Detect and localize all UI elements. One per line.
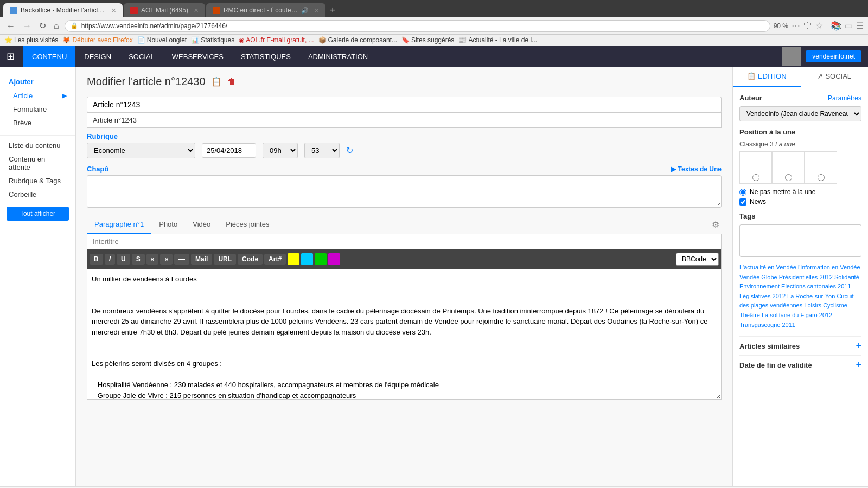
bold-button[interactable]: B	[90, 254, 103, 265]
bookmark-actualite[interactable]: 📰 Actualité - La ville de l...	[458, 36, 537, 44]
nav-webservices[interactable]: WEBSERVICES	[163, 46, 232, 67]
dash-button[interactable]: —	[174, 254, 189, 265]
italic-button[interactable]: I	[105, 254, 115, 265]
underline-button[interactable]: U	[117, 254, 130, 265]
bookmark-gallery[interactable]: 📦 Galerie de composant...	[318, 36, 397, 44]
code-button[interactable]: Code	[238, 254, 263, 265]
textes-de-une-link[interactable]: ▶ Textes de Une	[671, 165, 722, 173]
library-icon[interactable]: 📚	[831, 21, 841, 31]
autocomplete-dropdown[interactable]: Article n°1243	[87, 112, 722, 128]
hamburger-icon[interactable]: ☰	[856, 21, 864, 31]
active-tab[interactable]: Backoffice - Modifier l'article n... ✕	[3, 3, 123, 17]
sidebar-toggle-icon[interactable]: ▭	[845, 21, 853, 31]
hour-select[interactable]: 09h	[263, 143, 298, 158]
bookmark-stats[interactable]: 📊 Statistiques	[191, 36, 234, 44]
no-une-radio[interactable]	[739, 189, 746, 196]
tag-link-10[interactable]: Loisirs	[804, 302, 821, 309]
strikethrough-button[interactable]: S	[132, 254, 145, 265]
tab-rmc[interactable]: RMC en direct - Écouter la... 🔊 ✕	[206, 3, 326, 17]
sidebar-item-breve[interactable]: Brève	[0, 116, 75, 130]
nav-social[interactable]: SOCIAL	[120, 46, 163, 67]
tag-link-2[interactable]: Vendée Globe	[739, 274, 777, 280]
bookmark-firefox[interactable]: 🦊 Débuter avec Firefox	[62, 36, 132, 44]
nav-statistiques[interactable]: STATISTIQUES	[232, 46, 299, 67]
tab-edition[interactable]: 📋 EDITION	[733, 67, 801, 87]
sidebar-item-corbeille[interactable]: Corbeille	[0, 188, 75, 201]
nav-administration[interactable]: ADMINISTRATION	[299, 46, 376, 67]
tag-link-12[interactable]: Théâtre	[739, 312, 760, 318]
art-button[interactable]: Art#	[264, 254, 286, 265]
address-bar[interactable]: 🔒 https://www.vendeeinfo.net/admin/page/…	[65, 20, 770, 32]
tab-social[interactable]: ↗ SOCIAL	[801, 67, 869, 87]
format-select[interactable]: BBCode	[676, 253, 719, 266]
tab-pieces-jointes[interactable]: Pièces jointes	[218, 216, 277, 234]
tag-link-4[interactable]: Solidarité	[834, 274, 859, 280]
brand-button[interactable]: vendeeinfo.net	[806, 50, 861, 62]
tab-photo[interactable]: Photo	[151, 216, 185, 234]
minute-select[interactable]: 53	[304, 143, 340, 158]
tab-paragraphe[interactable]: Paragraphe n°1	[87, 216, 151, 234]
star-icon[interactable]: ☆	[815, 21, 823, 31]
mail-button[interactable]: Mail	[191, 254, 212, 265]
sidebar-item-contenu-attente[interactable]: Contenu en attente	[0, 152, 75, 174]
chapo-textarea[interactable]	[87, 175, 722, 208]
back-button[interactable]: ←	[4, 20, 17, 32]
url-button[interactable]: URL	[214, 254, 236, 265]
nav-contenu[interactable]: CONTENU	[23, 46, 75, 67]
sidebar-header-ajouter[interactable]: Ajouter	[0, 74, 75, 89]
tag-link-1[interactable]: l'information en Vendée	[798, 264, 860, 271]
date-fin-validite-row[interactable]: Date de fin de validité +	[739, 355, 861, 374]
editor-textarea[interactable]: Un millier de vendéens à Lourdes De nomb…	[87, 269, 722, 400]
tab-close-rmc[interactable]: ✕	[314, 7, 319, 14]
date-fin-expand-icon[interactable]: +	[856, 360, 861, 370]
tout-afficher-button[interactable]: Tout afficher	[7, 207, 69, 221]
tags-textarea[interactable]	[739, 224, 861, 257]
nav-design[interactable]: DESIGN	[75, 46, 120, 67]
tag-link-13[interactable]: La solitaire du Figaro 2012	[762, 312, 832, 318]
tag-link-3[interactable]: Présidentielles 2012	[779, 274, 833, 280]
copy-button[interactable]: 📋	[211, 76, 222, 87]
shield-icon[interactable]: 🛡	[803, 21, 812, 31]
tab-close-button[interactable]: ✕	[111, 7, 116, 14]
une-radio-2[interactable]	[785, 174, 792, 181]
tag-link-6[interactable]: Elections cantonales 2011	[781, 283, 851, 290]
color-magenta-button[interactable]	[328, 253, 340, 265]
tag-link-8[interactable]: La Roche-sur-Yon	[787, 293, 835, 299]
grid-icon[interactable]: ⊞	[7, 50, 15, 62]
rubrique-select[interactable]: Economie	[87, 143, 195, 158]
tag-link-7[interactable]: Législatives 2012	[739, 293, 786, 299]
delete-button[interactable]: 🗑	[227, 77, 236, 87]
home-button[interactable]: ⌂	[52, 20, 61, 32]
sidebar-item-formulaire[interactable]: Formulaire	[0, 102, 75, 116]
articles-similaires-expand-icon[interactable]: +	[856, 341, 861, 351]
tag-link-11[interactable]: Cyclisme	[823, 302, 847, 309]
articles-similaires-row[interactable]: Articles similaires +	[739, 336, 861, 355]
sidebar-item-article[interactable]: Article ▶	[0, 89, 75, 102]
bookmark-new-tab[interactable]: 📄 Nouvel onglet	[137, 36, 187, 44]
intertitre-input[interactable]	[87, 234, 722, 249]
tab-aol[interactable]: AOL Mail (6495) ✕	[124, 3, 205, 17]
bookmark-aol[interactable]: ◉ AOL.fr E-mail gratuit, ...	[239, 36, 314, 44]
date-input[interactable]	[202, 143, 256, 158]
quote-close-button[interactable]: »	[160, 254, 173, 265]
tag-link-14[interactable]: Transgascogne 2011	[739, 322, 795, 328]
gear-button[interactable]: ⚙	[710, 217, 722, 232]
color-green-button[interactable]	[315, 253, 327, 265]
forward-button[interactable]: →	[21, 20, 34, 32]
author-select[interactable]: Vendeeinfo (Jean claude Raveneau)	[739, 106, 861, 121]
sidebar-item-liste[interactable]: Liste du contenu	[0, 139, 75, 152]
color-yellow-button[interactable]	[288, 253, 299, 265]
color-cyan-button[interactable]	[301, 253, 313, 265]
tag-link-5[interactable]: Environnement	[739, 283, 780, 290]
reload-button[interactable]: ↻	[37, 20, 48, 32]
tab-video[interactable]: Vidéo	[185, 216, 218, 234]
tag-link-0[interactable]: L'actualité en Vendée	[739, 264, 796, 271]
new-tab-button[interactable]: +	[327, 4, 339, 17]
tab-close-aol[interactable]: ✕	[194, 7, 199, 14]
parametres-link[interactable]: Paramètres	[828, 94, 861, 102]
quote-open-button[interactable]: «	[146, 254, 159, 265]
bookmark-most-visited[interactable]: ⭐ Les plus visités	[4, 36, 58, 44]
article-title-input[interactable]	[87, 97, 722, 113]
une-radio-3[interactable]	[818, 174, 825, 181]
refresh-button[interactable]: ↻	[346, 145, 353, 156]
